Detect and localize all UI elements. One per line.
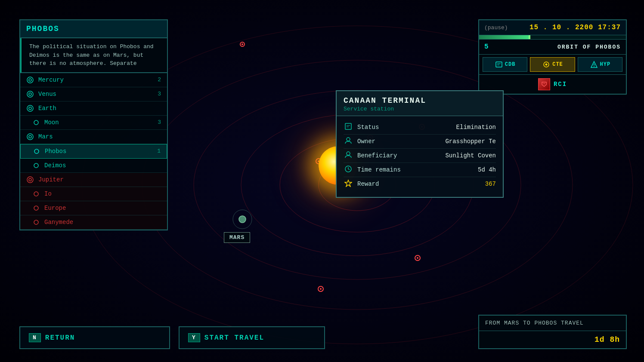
svg-point-42 xyxy=(594,66,594,67)
cte-icon xyxy=(542,60,551,69)
sidebar-item-venus[interactable]: Venus 3 xyxy=(20,87,167,101)
svg-line-51 xyxy=(348,169,350,170)
mars-label[interactable]: MARS xyxy=(224,232,250,243)
time-icon xyxy=(344,165,353,175)
svg-rect-44 xyxy=(345,123,351,129)
reward-value: 367 xyxy=(485,181,496,187)
terminal-row-owner: Owner Grasshopper Te xyxy=(344,135,496,149)
beneficiary-icon xyxy=(344,151,353,160)
rci-icon xyxy=(538,78,550,90)
sidebar-item-deimos[interactable]: Deimos xyxy=(20,159,167,173)
svg-point-25 xyxy=(29,107,31,110)
time-key: Time remains xyxy=(357,166,478,173)
hud-location-num: 5 xyxy=(484,43,489,51)
io-icon xyxy=(32,190,40,198)
svg-point-22 xyxy=(27,91,33,97)
svg-point-30 xyxy=(34,163,38,168)
return-key: N xyxy=(29,333,41,342)
svg-point-28 xyxy=(29,135,31,138)
status-value: Elimination xyxy=(456,124,496,131)
status-icon xyxy=(344,123,353,132)
panel-description: The political situation on Phobos and De… xyxy=(20,38,167,73)
moon-icon xyxy=(32,119,40,126)
travel-duration: 1d 8h xyxy=(479,331,626,348)
cdb-label: CDB xyxy=(505,61,516,67)
cte-button[interactable]: CTE xyxy=(530,57,575,72)
svg-point-24 xyxy=(27,105,33,111)
sidebar-item-moon[interactable]: Moon 3 xyxy=(20,116,167,130)
ganymede-name: Ganymede xyxy=(44,219,161,226)
rci-label: RCI xyxy=(554,81,567,88)
terminal-row-beneficiary: Beneficiary Sunlight Coven xyxy=(344,149,496,163)
sidebar-item-mercury[interactable]: Mercury 2 xyxy=(20,73,167,87)
deimos-name: Deimos xyxy=(44,162,161,169)
sidebar-item-jupiter[interactable]: Jupiter xyxy=(20,173,167,187)
mercury-count: 2 xyxy=(158,77,161,83)
svg-point-21 xyxy=(29,79,31,81)
moon-count: 3 xyxy=(158,119,161,126)
sidebar-item-phobos[interactable]: Phobos 1 xyxy=(20,144,167,159)
hud-progress-fill xyxy=(479,35,530,39)
terminal-row-time: Time remains 5d 4h xyxy=(344,163,496,177)
phobos-count: 1 xyxy=(157,148,161,154)
status-key: Status xyxy=(357,124,456,131)
hud-buttons: CDB CTE HYP xyxy=(479,55,626,75)
sidebar-item-mars[interactable]: Mars xyxy=(20,130,167,144)
europe-icon xyxy=(32,204,40,212)
mercury-name: Mercury xyxy=(38,77,158,83)
terminal-row-status: Status Elimination xyxy=(344,120,496,135)
owner-key: Owner xyxy=(357,138,445,145)
sidebar-item-earth[interactable]: Earth xyxy=(20,101,167,116)
time-value: 5d 4h xyxy=(478,166,496,173)
travel-key: Y xyxy=(188,333,200,342)
svg-point-26 xyxy=(34,120,38,125)
svg-point-34 xyxy=(34,206,38,210)
hud-location-bar: 5 ORBIT OF PHOBOS xyxy=(479,40,626,55)
terminal-row-reward: Reward 367 xyxy=(344,177,496,191)
beneficiary-value: Sunlight Coven xyxy=(445,152,496,159)
svg-point-35 xyxy=(34,220,38,224)
sidebar-item-ganymede[interactable]: Ganymede xyxy=(20,215,167,230)
svg-point-47 xyxy=(347,138,350,141)
sidebar-item-io[interactable]: Io xyxy=(20,187,167,201)
jupiter-icon xyxy=(26,176,34,184)
svg-point-31 xyxy=(27,177,33,183)
svg-point-29 xyxy=(34,149,39,153)
travel-from-to: FROM MARS TO PHOBOS TRAVEL xyxy=(479,316,626,331)
svg-point-23 xyxy=(29,93,31,95)
mars-name: Mars xyxy=(38,133,161,140)
return-label: RETURN xyxy=(45,334,75,342)
top-right-hud: (pause) 15 . 10 . 2200 17:37 5 ORBIT OF … xyxy=(478,19,627,95)
svg-point-20 xyxy=(27,77,33,83)
svg-rect-36 xyxy=(496,62,502,67)
return-button[interactable]: N RETURN xyxy=(19,326,170,349)
ganymede-icon xyxy=(32,218,40,226)
jupiter-name: Jupiter xyxy=(38,176,161,183)
owner-icon xyxy=(344,137,353,146)
terminal-body: Status Elimination Owner Grasshopper Te … xyxy=(337,116,503,197)
svg-point-32 xyxy=(29,178,31,181)
mars-label-text: MARS xyxy=(229,234,245,241)
hud-time-bar: (pause) 15 . 10 . 2200 17:37 xyxy=(479,20,626,35)
deimos-icon xyxy=(32,162,40,169)
beneficiary-key: Beneficiary xyxy=(357,152,445,159)
pause-label: (pause) xyxy=(484,25,508,31)
terminal-popup: CANAAN TERMINAL Service station Status E… xyxy=(336,90,504,198)
left-panel: PHOBOS The political situation on Phobos… xyxy=(19,19,168,230)
reward-key: Reward xyxy=(357,181,485,187)
terminal-subtitle: Service station xyxy=(344,106,496,112)
io-name: Io xyxy=(44,190,161,197)
moon-name: Moon xyxy=(44,119,158,126)
hud-location-text: ORBIT OF PHOBOS xyxy=(495,44,621,50)
cte-label: CTE xyxy=(552,61,563,67)
cdb-button[interactable]: CDB xyxy=(483,57,527,72)
travel-button[interactable]: Y START TRAVEL xyxy=(179,326,325,349)
earth-name: Earth xyxy=(38,105,161,112)
mars-icon xyxy=(26,133,34,141)
sidebar-item-europe[interactable]: Europe xyxy=(20,201,167,215)
planet-list: Mercury 2 Venus 3 Earth Moon 3 xyxy=(20,73,167,230)
hyp-button[interactable]: HYP xyxy=(578,57,622,72)
owner-value: Grasshopper Te xyxy=(445,138,496,145)
svg-marker-52 xyxy=(345,180,352,187)
panel-title: PHOBOS xyxy=(26,25,161,33)
